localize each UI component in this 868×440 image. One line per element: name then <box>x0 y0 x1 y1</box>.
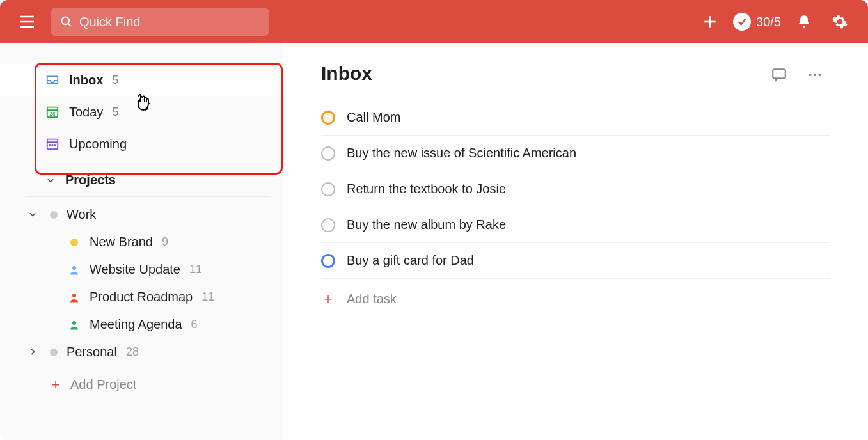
task-checkbox[interactable] <box>321 111 335 125</box>
project-label: Product Roadmap <box>90 290 193 304</box>
project-label: New Brand <box>90 235 153 249</box>
task-checkbox[interactable] <box>321 146 335 161</box>
sidebar: Inbox 5 28 Today 5 Upcoming <box>0 43 283 440</box>
inbox-icon <box>45 73 60 87</box>
task-row[interactable]: Buy a gift card for Dad <box>321 243 830 279</box>
main-content: Inbox Call Mom Buy the new issue of Scie… <box>283 43 868 440</box>
task-row[interactable]: Buy the new issue of Scientific American <box>321 136 830 171</box>
project-count: 6 <box>191 318 198 331</box>
search-input[interactable] <box>79 15 260 29</box>
task-title: Buy a gift card for Dad <box>347 253 474 268</box>
bell-icon <box>796 14 812 29</box>
svg-line-4 <box>68 23 70 26</box>
project-group-label: Work <box>67 207 96 222</box>
nav-count: 5 <box>112 74 118 87</box>
divider <box>26 196 270 197</box>
person-red-icon <box>68 292 81 303</box>
project-website-update[interactable]: Website Update 11 <box>0 256 283 283</box>
task-title: Call Mom <box>347 110 400 125</box>
nav-inbox[interactable]: Inbox 5 <box>0 64 283 96</box>
project-count: 11 <box>201 290 214 304</box>
task-checkbox[interactable] <box>321 182 335 196</box>
project-group-label: Personal <box>67 345 117 359</box>
project-dot-icon <box>50 349 58 356</box>
task-title: Return the textbook to Josie <box>347 182 506 196</box>
nav-today[interactable]: 28 Today 5 <box>0 96 283 128</box>
comments-button[interactable] <box>771 67 787 86</box>
add-project-button[interactable]: ＋ Add Project <box>0 366 283 400</box>
svg-point-14 <box>52 145 53 146</box>
nav-label: Inbox <box>69 73 103 88</box>
svg-point-13 <box>49 145 51 146</box>
svg-point-17 <box>72 294 76 297</box>
search-icon <box>60 15 73 29</box>
notifications-button[interactable] <box>791 9 817 35</box>
svg-rect-19 <box>773 69 785 78</box>
calendar-upcoming-icon <box>45 137 60 151</box>
add-task-label: Add task <box>347 292 397 306</box>
svg-text:28: 28 <box>49 111 56 117</box>
page-title: Inbox <box>321 63 830 84</box>
project-group-personal[interactable]: Personal 28 <box>0 338 283 366</box>
svg-point-7 <box>803 26 805 28</box>
svg-point-18 <box>72 321 76 325</box>
svg-point-16 <box>72 266 76 270</box>
svg-point-3 <box>61 17 69 25</box>
chevron-down-icon <box>28 207 40 222</box>
plus-icon: ＋ <box>49 375 61 394</box>
yellow-dot-icon <box>68 239 81 246</box>
dots-icon <box>807 67 823 83</box>
add-task-button[interactable]: ＋ Add task <box>321 279 830 318</box>
nav-label: Today <box>69 105 103 120</box>
plus-icon <box>702 13 718 30</box>
task-checkbox[interactable] <box>321 218 335 232</box>
settings-button[interactable] <box>827 9 853 35</box>
svg-point-20 <box>809 74 811 76</box>
project-count: 28 <box>126 345 139 359</box>
topbar: 30/5 <box>0 0 868 43</box>
task-checkbox[interactable] <box>321 254 335 268</box>
task-title: Buy the new album by Rake <box>347 217 506 232</box>
gear-icon <box>832 13 848 30</box>
person-green-icon <box>68 319 81 331</box>
menu-toggle-button[interactable] <box>13 8 41 36</box>
chevron-right-icon <box>28 345 40 359</box>
plus-icon: ＋ <box>321 289 335 308</box>
project-product-roadmap[interactable]: Product Roadmap 11 <box>0 283 283 311</box>
person-blue-icon <box>68 264 81 276</box>
search-box[interactable] <box>51 8 269 36</box>
project-label: Meeting Agenda <box>90 317 182 332</box>
nav-label: Upcoming <box>69 137 127 152</box>
projects-header[interactable]: Projects <box>0 166 283 192</box>
chat-icon <box>771 67 787 83</box>
project-count: 11 <box>189 263 202 276</box>
check-icon <box>737 17 747 27</box>
nav-upcoming[interactable]: Upcoming <box>0 128 283 160</box>
hamburger-icon <box>19 15 35 29</box>
svg-point-15 <box>54 145 56 146</box>
project-new-brand[interactable]: New Brand 9 <box>0 228 283 256</box>
karma-button[interactable]: 30/5 <box>733 13 781 31</box>
task-row[interactable]: Return the textbook to Josie <box>321 171 830 207</box>
quick-add-button[interactable] <box>697 9 723 35</box>
project-label: Website Update <box>90 262 180 277</box>
svg-point-21 <box>814 74 816 76</box>
projects-header-label: Projects <box>65 173 116 187</box>
more-actions-button[interactable] <box>807 67 823 86</box>
project-group-work[interactable]: Work <box>0 201 283 228</box>
karma-score: 30/5 <box>756 15 781 29</box>
nav-count: 5 <box>112 106 118 119</box>
task-title: Buy the new issue of Scientific American <box>347 146 576 161</box>
project-count: 9 <box>162 235 168 249</box>
project-dot-icon <box>50 211 58 219</box>
project-meeting-agenda[interactable]: Meeting Agenda 6 <box>0 311 283 338</box>
svg-point-22 <box>818 74 821 76</box>
task-row[interactable]: Call Mom <box>321 100 830 136</box>
chevron-down-icon <box>45 176 56 185</box>
task-row[interactable]: Buy the new album by Rake <box>321 207 830 243</box>
add-project-label: Add Project <box>70 377 136 392</box>
karma-circle-icon <box>733 13 751 31</box>
calendar-today-icon: 28 <box>45 105 60 119</box>
